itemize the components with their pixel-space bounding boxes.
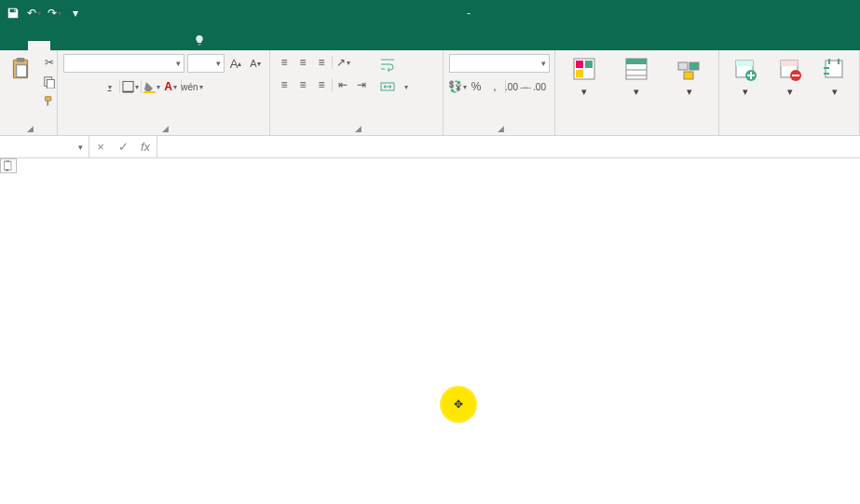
paste-icon: [7, 56, 34, 82]
shrink-font-icon[interactable]: A▾: [247, 55, 264, 72]
format-painter-icon[interactable]: [41, 93, 58, 110]
align-right-icon[interactable]: ≡: [313, 76, 330, 93]
decrease-decimal-icon[interactable]: ←.00: [526, 78, 543, 95]
enter-icon[interactable]: ✓: [112, 140, 134, 154]
svg-rect-28: [6, 160, 10, 162]
number-launcher-icon[interactable]: ◢: [498, 124, 504, 133]
formula-bar: ▾ × ✓ fx: [0, 136, 860, 158]
tab-review[interactable]: [140, 41, 162, 50]
wrap-icon: [380, 57, 395, 72]
tab-formulas[interactable]: [95, 41, 117, 50]
comma-icon[interactable]: ,: [486, 78, 503, 95]
group-font: ▾ ▾ A▴ A▾ ▾ ▾ ▾ A▾ wén▾ ◢: [58, 50, 270, 135]
percent-icon[interactable]: %: [468, 78, 485, 95]
tab-view[interactable]: [162, 41, 184, 50]
format-cells-button[interactable]: ▾: [814, 54, 853, 99]
watermark: [851, 487, 853, 500]
align-left-icon[interactable]: ≡: [276, 76, 293, 93]
cell-styles-button[interactable]: ▾: [664, 54, 713, 99]
svg-rect-27: [5, 162, 12, 170]
svg-rect-5: [123, 81, 133, 91]
delete-icon: [776, 56, 802, 82]
align-center-icon[interactable]: ≡: [294, 76, 311, 93]
group-cells: ▾ ▾ ▾: [719, 50, 860, 135]
insert-icon: [731, 56, 758, 82]
bulb-icon: [194, 34, 205, 46]
delete-cells-button[interactable]: ▾: [770, 54, 809, 99]
fx-icon[interactable]: fx: [134, 140, 157, 154]
copy-icon[interactable]: [41, 74, 58, 90]
svg-rect-11: [585, 61, 593, 68]
tab-data[interactable]: [117, 41, 140, 50]
svg-rect-4: [47, 79, 54, 89]
format-as-table-button[interactable]: ▾: [613, 54, 660, 99]
svg-rect-12: [576, 70, 583, 77]
merge-center-button[interactable]: ▾: [375, 76, 413, 97]
paste-options-button[interactable]: [0, 158, 17, 173]
redo-icon[interactable]: ↷▾: [47, 6, 61, 20]
undo-icon[interactable]: ↶▾: [26, 6, 41, 20]
title-bar: ↶▾ ↷▾ ▾ -: [0, 0, 860, 26]
save-icon[interactable]: [6, 6, 20, 20]
ribbon-tabs: [0, 26, 860, 50]
align-top-icon[interactable]: ≡: [276, 54, 293, 71]
merge-icon: [380, 79, 395, 94]
indent-increase-icon[interactable]: ⇥: [353, 76, 370, 93]
qat-customize-icon[interactable]: ▾: [68, 6, 83, 20]
accounting-icon[interactable]: 💱▾: [449, 78, 466, 95]
cut-icon[interactable]: ✂: [41, 54, 58, 71]
grow-font-icon[interactable]: A▴: [227, 55, 244, 72]
indent-decrease-icon[interactable]: ⇤: [334, 76, 351, 93]
svg-rect-18: [689, 62, 699, 70]
name-box[interactable]: ▾: [0, 136, 89, 157]
italic-button[interactable]: [82, 78, 99, 95]
cell-styles-icon: [676, 56, 702, 82]
svg-rect-1: [17, 58, 25, 61]
align-middle-icon[interactable]: ≡: [294, 54, 311, 71]
number-format-combo[interactable]: ▾: [449, 54, 550, 73]
cancel-icon[interactable]: ×: [89, 140, 112, 154]
table-format-icon: [623, 56, 649, 82]
format-icon: [821, 56, 847, 82]
tab-layout[interactable]: [73, 41, 95, 50]
group-clipboard: ✂ ◢: [0, 50, 58, 135]
font-name-combo[interactable]: ▾: [63, 54, 184, 73]
border-icon[interactable]: ▾: [122, 78, 139, 95]
tab-file[interactable]: [6, 41, 28, 50]
svg-rect-17: [678, 62, 688, 70]
quick-access-toolbar: ↶▾ ↷▾ ▾: [6, 6, 83, 20]
phonetic-icon[interactable]: wén▾: [184, 78, 200, 95]
ribbon: ✂ ◢ ▾ ▾ A▴ A▾ ▾: [0, 50, 860, 136]
cursor-highlight: [440, 386, 477, 423]
fill-color-icon[interactable]: ▾: [143, 78, 160, 95]
tab-home[interactable]: [28, 41, 50, 50]
svg-rect-21: [736, 61, 753, 66]
svg-rect-2: [17, 65, 27, 77]
svg-rect-10: [576, 61, 583, 68]
wrap-text-button[interactable]: [375, 54, 413, 75]
formula-input[interactable]: [157, 136, 860, 157]
spreadsheet-grid[interactable]: [0, 158, 860, 504]
paste-button[interactable]: [6, 54, 35, 86]
group-alignment: ≡ ≡ ≡ ↗▾ ≡ ≡ ≡ ⇤ ⇥: [270, 50, 444, 135]
svg-rect-14: [626, 59, 647, 64]
font-launcher-icon[interactable]: ◢: [162, 124, 169, 133]
svg-rect-19: [684, 72, 693, 79]
cond-format-icon: [571, 56, 597, 82]
tell-me[interactable]: [184, 30, 218, 50]
conditional-format-button[interactable]: ▾: [561, 54, 607, 99]
window-title: -: [83, 7, 854, 20]
align-launcher-icon[interactable]: ◢: [355, 124, 362, 133]
bold-button[interactable]: [63, 78, 80, 95]
insert-cells-button[interactable]: ▾: [725, 54, 764, 99]
underline-button[interactable]: ▾: [101, 78, 117, 95]
increase-decimal-icon[interactable]: .00→: [508, 78, 525, 95]
orientation-icon[interactable]: ↗▾: [334, 54, 351, 71]
svg-rect-7: [143, 91, 156, 93]
tab-insert[interactable]: [50, 41, 73, 50]
clipboard-launcher-icon[interactable]: ◢: [27, 124, 34, 133]
font-color-icon[interactable]: A▾: [162, 78, 179, 95]
svg-rect-24: [781, 61, 798, 66]
font-size-combo[interactable]: ▾: [187, 54, 225, 73]
align-bottom-icon[interactable]: ≡: [313, 54, 330, 71]
